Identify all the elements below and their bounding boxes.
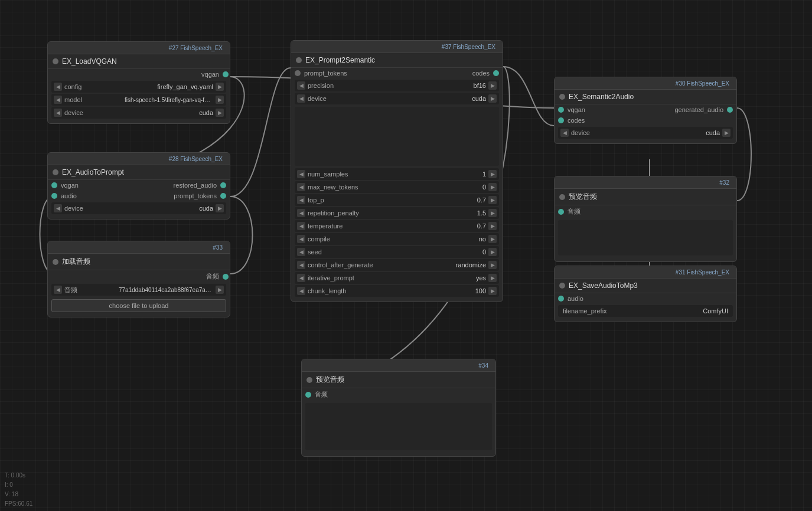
node-37-num-samples: ◀ num_samples 1 ▶ (295, 168, 499, 180)
node-27-model-field: ◀ model fish-speech-1.5\firefly-gan-vq-f… (51, 94, 226, 106)
device37-right[interactable]: ▶ (488, 94, 497, 103)
node-28-header: EX_AudioToPrompt (48, 165, 230, 180)
node37-codes-out[interactable] (493, 70, 499, 76)
node-34-content (305, 403, 492, 450)
node-27-header: EX_LoadVQGAN (48, 54, 230, 69)
node-27-config-field: ◀ config firefly_gan_vq.yaml ▶ (51, 81, 226, 93)
max-tokens-label: max_new_tokens (305, 184, 466, 191)
rep-penalty-left[interactable]: ◀ (297, 209, 305, 217)
node-37-top-p: ◀ top_p 0.7 ▶ (295, 194, 499, 206)
compile-left[interactable]: ◀ (297, 235, 305, 243)
node-27-status-dot (53, 58, 58, 64)
max-tokens-left[interactable]: ◀ (297, 183, 305, 191)
node34-audio-in[interactable] (305, 392, 311, 398)
temperature-right[interactable]: ▶ (488, 222, 497, 230)
num-samples-right[interactable]: ▶ (488, 170, 497, 178)
node-37-precision: ◀ precision bf16 ▶ (295, 80, 499, 91)
device27-value: cuda (195, 109, 213, 116)
seed-right[interactable]: ▶ (488, 248, 497, 256)
device27-left-arrow[interactable]: ◀ (54, 109, 62, 117)
node-31-save-audio: #31 FishSpeech_EX EX_SaveAudioToMp3 audi… (554, 266, 737, 322)
config-value: firefly_gan_vq.yaml (157, 83, 213, 90)
node28-audio-in[interactable] (51, 193, 57, 199)
node-30-codes-row: codes (555, 115, 736, 126)
node33-audio-label: 音频 (206, 272, 219, 281)
iterative-left[interactable]: ◀ (297, 274, 305, 282)
num-samples-label: num_samples (305, 171, 466, 178)
status-bar: T: 0.00s I: 0 V: 18 FPS:60.61 (0, 469, 37, 511)
control-label: control_after_generate (305, 261, 454, 268)
compile-right[interactable]: ▶ (488, 235, 497, 243)
iterative-right[interactable]: ▶ (488, 274, 497, 282)
upload-button[interactable]: choose file to upload (51, 299, 226, 312)
node37-codes-label: codes (472, 70, 490, 77)
node28-restored-out[interactable] (220, 182, 226, 188)
node30-vqgan-in[interactable] (558, 107, 564, 113)
node37-prompt-in[interactable] (295, 70, 301, 76)
model-left-arrow[interactable]: ◀ (54, 96, 62, 104)
vqgan-label: vqgan (201, 71, 219, 78)
num-samples-left[interactable]: ◀ (297, 170, 305, 178)
temperature-label: temperature (305, 222, 466, 230)
config-left-arrow[interactable]: ◀ (54, 83, 62, 91)
node-28-audio-row: audio prompt_tokens (48, 191, 230, 201)
node28-vqgan-label: vqgan (61, 182, 79, 189)
node30-gen-out[interactable] (727, 107, 733, 113)
node28-vqgan-in[interactable] (51, 182, 57, 188)
control-right[interactable]: ▶ (488, 261, 497, 269)
filename-value: ComfyUI (703, 307, 728, 315)
iterative-value: yes (468, 274, 486, 281)
node-37-chunk-length: ◀ chunk_length 100 ▶ (295, 285, 499, 297)
node-33-audio-output: 音频 (48, 270, 230, 283)
device30-left[interactable]: ◀ (560, 129, 569, 137)
max-tokens-right[interactable]: ▶ (488, 183, 497, 191)
node-28-audio-to-prompt: #28 FishSpeech_EX EX_AudioToPrompt vqgan… (47, 152, 230, 220)
status-fps: FPS:60.61 (5, 499, 32, 509)
node-37-prompt2semantic: #37 FishSpeech_EX EX_Prompt2Semantic pro… (291, 40, 503, 302)
node28-prompt-out[interactable] (220, 193, 226, 199)
node-34-header: 预览音频 (302, 372, 495, 388)
iterative-label: iterative_prompt (305, 274, 466, 281)
model-right-arrow[interactable]: ▶ (216, 96, 224, 104)
config-right-arrow[interactable]: ▶ (216, 83, 224, 91)
control-left[interactable]: ◀ (297, 261, 305, 269)
rep-penalty-right[interactable]: ▶ (488, 209, 497, 217)
top-p-left[interactable]: ◀ (297, 196, 305, 204)
node37-prompt-label: prompt_tokens (304, 70, 347, 77)
precision-right[interactable]: ▶ (488, 81, 497, 90)
node32-audio-in[interactable] (558, 209, 564, 215)
seed-label: seed (305, 248, 466, 255)
vqgan-connector[interactable] (223, 71, 229, 77)
node31-audio-in[interactable] (558, 296, 564, 302)
precision-left[interactable]: ◀ (297, 81, 305, 90)
node-37-iterative: ◀ iterative_prompt yes ▶ (295, 272, 499, 284)
audio33-label: 音频 (62, 286, 116, 294)
device30-right[interactable]: ▶ (722, 129, 731, 137)
filename-label: filename_prefix (560, 307, 700, 315)
node-33-status-dot (53, 259, 58, 265)
num-samples-value: 1 (468, 171, 486, 178)
audio33-left-arrow[interactable]: ◀ (54, 286, 62, 294)
temperature-left[interactable]: ◀ (297, 222, 305, 230)
node-37-content-area (295, 107, 499, 166)
seed-left[interactable]: ◀ (297, 248, 305, 256)
chunk-left[interactable]: ◀ (297, 287, 305, 295)
node33-audio-out[interactable] (223, 274, 229, 280)
audio33-value: 77a1ddab40114ca2ab88f67ea7a1c... (119, 287, 213, 293)
device27-right-arrow[interactable]: ▶ (216, 109, 224, 117)
node-34-preview-audio2: #34 预览音频 音频 (301, 359, 496, 457)
audio33-right-arrow[interactable]: ▶ (216, 286, 224, 294)
node-31-filename: filename_prefix ComfyUI (558, 305, 733, 317)
node-31-status-dot (559, 283, 565, 289)
node-31-audio-row: audio (555, 293, 736, 304)
device28-left-arrow[interactable]: ◀ (54, 204, 62, 212)
chunk-right[interactable]: ▶ (488, 287, 497, 295)
node-27-device-field: ◀ device cuda ▶ (51, 107, 226, 119)
node30-codes-in[interactable] (558, 117, 564, 123)
node-27-title: #27 FishSpeech_EX (48, 42, 230, 54)
top-p-right[interactable]: ▶ (488, 196, 497, 204)
top-p-value: 0.7 (468, 196, 486, 204)
device37-left[interactable]: ◀ (297, 94, 305, 103)
device28-right-arrow[interactable]: ▶ (216, 204, 224, 212)
device28-value: cuda (195, 205, 213, 212)
